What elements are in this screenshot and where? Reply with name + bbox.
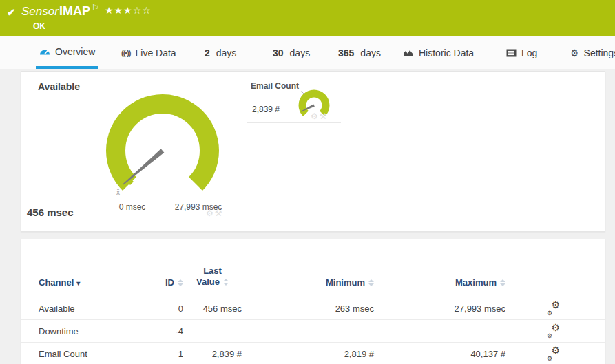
- main-gauge-value: 456 msec: [27, 206, 74, 218]
- area-chart-icon: [403, 49, 414, 57]
- live-data-icon: ((•)): [121, 49, 131, 57]
- channel-name: Downtime: [39, 326, 149, 336]
- stars-filled[interactable]: ★★★: [105, 5, 133, 16]
- channel-id: -4: [149, 326, 183, 336]
- divider: [247, 122, 341, 123]
- col-header-last-value[interactable]: Last Value: [183, 266, 242, 288]
- gauge-tools: ⚙⚒: [311, 111, 329, 121]
- tab-overview[interactable]: Overview: [36, 36, 98, 69]
- tab-bar: Overview ((•)) Live Data 2 days 30 days …: [0, 36, 615, 69]
- tab-label: Settings: [584, 47, 615, 58]
- table-row-available[interactable]: Available 0 456 msec 263 msec 27,993 mse…: [21, 297, 605, 320]
- col-header-minimum[interactable]: Minimum: [242, 277, 374, 288]
- channel-settings-gears-icon[interactable]: ⚙⚙: [546, 301, 561, 314]
- gear-icon[interactable]: ⚙: [311, 111, 320, 121]
- mini-gauge-title: Email Count: [251, 81, 299, 91]
- col-header-maximum[interactable]: Maximum: [374, 277, 505, 288]
- table-row-downtime[interactable]: Downtime -4 ⚙⚙: [21, 320, 605, 343]
- priority-stars[interactable]: ★★★☆☆: [105, 5, 152, 16]
- tab-label: Overview: [55, 46, 95, 57]
- channel-minimum: 263 msec: [242, 303, 374, 314]
- tab-number: 30: [273, 47, 284, 58]
- sensor-status-badge: OK: [33, 21, 45, 31]
- stars-empty[interactable]: ☆☆: [133, 5, 152, 16]
- tab-2-days[interactable]: 2 days: [202, 36, 239, 69]
- sort-icon: [500, 279, 505, 286]
- col-header-id[interactable]: ID: [149, 277, 183, 288]
- sort-icon: [223, 279, 229, 286]
- sort-icon: [178, 279, 183, 286]
- sort-icon: [368, 279, 374, 286]
- channel-settings-gears-icon[interactable]: ⚙⚙: [546, 346, 561, 359]
- gauge-scale-min: 0 msec: [108, 202, 156, 212]
- tab-historic-data[interactable]: Historic Data: [400, 36, 477, 69]
- channel-last-value: 2,839 #: [183, 349, 242, 359]
- flag-icon[interactable]: ⚐: [92, 3, 99, 12]
- sensor-name: IMAP: [59, 4, 90, 19]
- tab-settings[interactable]: ⚙ Settings: [567, 36, 615, 69]
- gear-icon: ⚙: [570, 47, 579, 58]
- sensor-header: ✔ Sensor IMAP ⚐ ★★★☆☆ OK: [0, 0, 615, 36]
- gauge-scale-max: 27,993 msec: [160, 202, 236, 212]
- gear-icon[interactable]: ⚙: [206, 208, 215, 218]
- tab-live-data[interactable]: ((•)) Live Data: [118, 36, 179, 69]
- channel-maximum: 27,993 msec: [374, 303, 505, 314]
- channel-settings-gears-icon[interactable]: ⚙⚙: [546, 323, 561, 336]
- tab-label: days: [216, 47, 237, 58]
- channel-maximum: 40,137 #: [374, 349, 505, 359]
- table-header-row: Channel▾ ID Last Value Minimum Maximum: [21, 239, 605, 297]
- overview-gauges-panel: Available x̄ 0 msec 27,993 msec 456 msec…: [21, 71, 605, 232]
- tab-label: days: [290, 47, 311, 58]
- status-ok-check-icon: ✔: [7, 6, 16, 19]
- tools-icon[interactable]: ⚒: [320, 111, 329, 121]
- main-gauge-title: Available: [38, 81, 80, 92]
- sort-desc-icon: ▾: [76, 279, 80, 287]
- tab-365-days[interactable]: 365 days: [335, 36, 384, 69]
- tab-number: 2: [205, 47, 210, 58]
- tab-label: Historic Data: [419, 47, 474, 58]
- tab-label: Live Data: [136, 47, 176, 58]
- col-header-channel[interactable]: Channel▾: [39, 277, 149, 288]
- table-row-email-count[interactable]: Email Count 1 2,839 # 2,819 # 40,137 # ⚙…: [21, 343, 605, 364]
- tab-number: 365: [338, 47, 354, 58]
- tab-label: Log: [521, 47, 537, 58]
- tab-30-days[interactable]: 30 days: [270, 36, 313, 69]
- channel-name: Available: [39, 303, 149, 314]
- mini-gauge-value: 2,839 #: [252, 105, 280, 114]
- channel-id: 1: [149, 349, 183, 359]
- channel-last-value: 456 msec: [183, 303, 242, 314]
- channel-name: Email Count: [39, 349, 149, 359]
- gauge-average-marker: x̄: [116, 189, 120, 196]
- tab-label: days: [360, 47, 381, 58]
- channels-table-panel: Channel▾ ID Last Value Minimum Maximum A…: [21, 239, 605, 364]
- available-gauge[interactable]: [104, 92, 221, 209]
- channel-id: 0: [149, 303, 183, 314]
- sensor-type-label: Sensor: [21, 5, 59, 19]
- channel-minimum: 2,819 #: [242, 349, 374, 359]
- tools-icon[interactable]: ⚒: [215, 208, 224, 218]
- log-list-icon: [506, 49, 517, 57]
- gauge-icon: [39, 47, 50, 56]
- tab-log[interactable]: Log: [503, 36, 540, 69]
- gauge-tools: ⚙⚒: [206, 208, 224, 218]
